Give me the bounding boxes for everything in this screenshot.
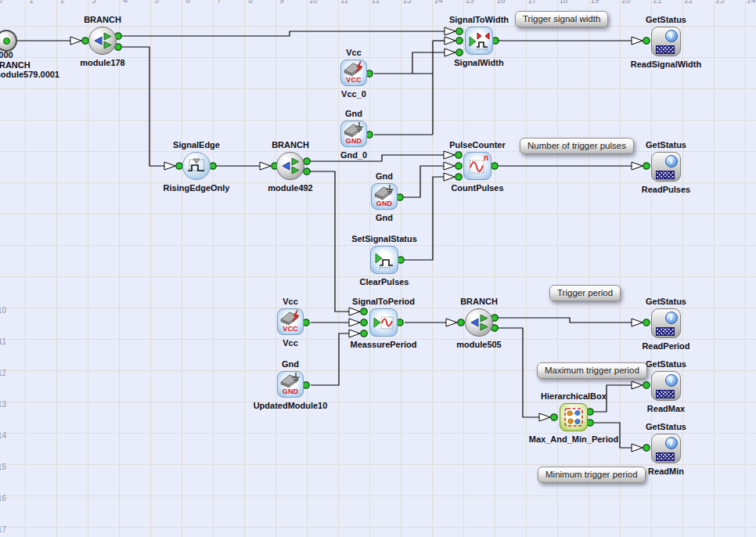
node-label: Max_And_Min_Period [529,434,618,445]
node-title: BRANCH [84,15,121,25]
node-title: SignalEdge [173,140,220,150]
node-title: Gnd [345,109,362,119]
node-module492: BRANCH module492 [239,140,341,193]
node-vcc0: Vcc VCC Vcc_0 [303,48,405,99]
signal-to-width-icon[interactable] [465,27,493,55]
node-title: BRANCH [460,297,498,307]
node-label: ClearPulses [360,277,409,287]
count-superscript: n [484,154,488,162]
node-module505: BRANCH module505 [428,297,530,350]
node-title: HierarchicalBox [541,391,607,402]
tooltip-trigger-period: Trigger period [549,285,621,301]
node-label: ReadSignalWidth [631,59,701,70]
gnd-caption: GND [278,388,303,395]
node-gnd-mid: Gnd GND Gnd [333,171,435,223]
node-title: GetStatus [646,359,686,369]
vcc-icon[interactable]: VCC [340,59,367,86]
node-title: Vcc [283,297,298,307]
info-ball-icon: i [665,374,678,387]
status-band-icon [656,452,675,461]
node-label: UpdatedModule10 [254,401,328,411]
vcc-icon[interactable]: VCC [277,308,304,335]
node-label: ReadMax [647,404,685,414]
node-title: SignalToWidth [449,15,509,25]
node-hierarchicalbox: HierarchicalBox Max_And_Min_Period [523,391,625,445]
node-label: MeassurePeriod [351,340,417,350]
node-label: module178 [80,58,124,68]
node-signaledge: SignalEdge RisingEdgeOnly [146,140,247,193]
node-title: SignalToPeriod [352,297,415,307]
node-title: PulseCounter [449,140,506,150]
node-title: Gnd [376,171,393,182]
node-label: ReadPulses [642,185,690,195]
branch-sphere-icon[interactable] [465,308,493,337]
hierarchical-box-icon[interactable] [560,403,588,431]
tooltip-minimum-trigger-period: Minimum trigger period [538,467,646,483]
pulse-counter-icon[interactable]: n [463,152,491,180]
node-label: CountPulses [451,183,503,193]
node-readperiod: GetStatus i ReadPeriod [615,297,717,351]
node-label: ReadMin [648,467,684,477]
get-status-icon[interactable]: i [651,152,681,182]
get-status-icon[interactable]: i [651,308,681,338]
status-band-icon [656,171,675,179]
node-title: SetSignalStatus [351,234,417,244]
node-title: BRANCH [272,140,309,150]
get-status-icon[interactable]: i [651,371,681,401]
node-title: GetStatus [646,297,686,307]
node-label: module505 [456,340,501,350]
node-label: ReadPeriod [642,341,689,351]
tooltip-maximum-trigger-period: Maximum trigger period [537,362,647,379]
set-signal-status-icon[interactable] [370,246,398,274]
gnd-icon[interactable]: GND [277,371,304,398]
node-label: Gnd [376,213,393,223]
get-status-icon[interactable]: i [651,27,681,56]
node-clearpulses: SetSignalStatus ClearPulses [333,234,435,287]
node-title: GetStatus [646,422,686,432]
node-label: Gnd_0 [340,150,367,160]
gnd-icon[interactable]: GND [340,121,367,147]
node-label: module492 [268,183,312,193]
signal-edge-icon[interactable] [182,152,211,180]
node-title: Vcc [346,48,362,58]
node-readsignalwidth: GetStatus i ReadSignalWidth [615,15,717,70]
status-band-icon [656,390,675,398]
node-module178: BRANCH module178 [52,15,153,68]
get-status-icon[interactable]: i [651,434,681,463]
vcc-caption: VCC [278,326,303,333]
node-vcc-bottom: Vcc VCC Vcc [239,297,341,348]
gnd-icon[interactable]: GND [371,183,398,210]
tooltip-number-of-trigger-pulses: Number of trigger pulses [520,138,634,154]
vcc-caption: VCC [341,77,366,84]
info-ball-icon: i [665,30,678,42]
tooltip-trigger-signal-width: Trigger signal width [515,11,608,27]
signal-to-period-icon[interactable] [369,308,398,337]
branch-sphere-icon[interactable] [276,152,304,180]
info-ball-icon: i [665,437,678,449]
node-measureperiod: SignalToPeriod MeassurePeriod [333,297,434,350]
start-port [3,38,10,45]
wire [122,31,445,36]
node-title: Gnd [282,359,299,369]
node-updatedmodule10: Gnd GND UpdatedModule10 [239,359,341,411]
node-pulsecounter: PulseCounter n CountPulses [427,140,528,193]
info-ball-icon: i [665,312,678,324]
gnd-caption: GND [341,138,366,145]
status-band-icon [656,45,675,54]
diagram-canvas[interactable]: 0123456789101112131415161718192021222324… [0,0,756,537]
branch-sphere-icon[interactable] [88,27,117,55]
node-label: Vcc_0 [341,89,366,99]
node-label: Vcc [283,338,298,348]
start-node-line3: module579.0001 [0,70,103,80]
node-label: RisingEdgeOnly [164,183,230,193]
gnd-caption: GND [372,200,397,207]
info-ball-icon: i [665,155,678,168]
node-title: GetStatus [646,15,686,25]
node-label: SignalWidth [454,58,503,68]
status-band-icon [656,327,675,336]
node-title: GetStatus [646,140,686,150]
